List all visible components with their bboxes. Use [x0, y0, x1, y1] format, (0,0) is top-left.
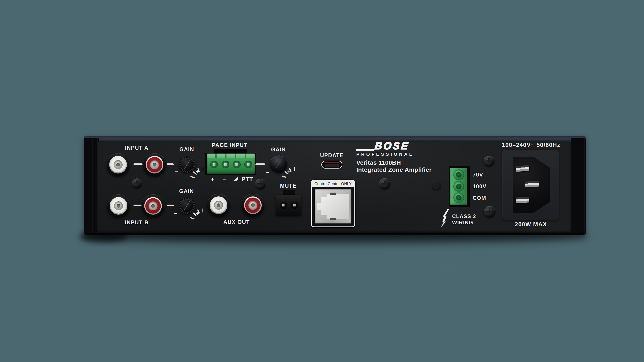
- input-b-right-rca-jack: [142, 194, 165, 217]
- aux-out-label: AUX OUT: [224, 219, 250, 225]
- iec-pin-line: [516, 165, 529, 172]
- mute-pin-socket: [291, 202, 298, 209]
- product-photo-scene: INPUT A GAIN − + PAGE INPUT + − PTT GAIN: [0, 0, 644, 362]
- phillips-screw: [484, 206, 495, 218]
- usb-c-pcb-edge: [324, 162, 340, 163]
- power-max-label: 200W MAX: [515, 221, 547, 228]
- knob-pointer: [276, 159, 282, 169]
- iec-pin-neutral: [516, 197, 529, 203]
- model-name: Veritas 1100BH: [356, 159, 401, 166]
- page-pin-plus-socket: [210, 161, 218, 168]
- rj45-port: [315, 189, 352, 223]
- tap-com-label: COM: [473, 195, 486, 201]
- page-pin-ground-socket: [233, 161, 241, 168]
- input-a-left-rca-jack: [106, 153, 130, 176]
- product-name: Integrated Zone Amplifier: [356, 166, 432, 173]
- chassis-ground-icon: [233, 176, 239, 182]
- tap-100v-label: 100V: [473, 183, 486, 190]
- input-b-left-rca-jack: [107, 194, 130, 217]
- gain-b-plus: +: [195, 210, 199, 217]
- control-center-port-label: ControlCenter ONLY: [312, 181, 354, 187]
- aux-out-left-rca-jack: [207, 194, 230, 217]
- aux-out-right-rca-jack: [241, 194, 264, 217]
- gain-b-minus: −: [174, 210, 178, 217]
- page-pin-ptt-socket: [244, 161, 252, 168]
- class2-wiring-line1: CLASS 2: [452, 213, 476, 219]
- rca-socket: [150, 160, 159, 169]
- page-pin-minus-label: −: [222, 176, 226, 183]
- gain-a-minus: −: [174, 168, 178, 175]
- page-input-euroblock: [207, 154, 255, 174]
- rca-socket: [148, 201, 158, 210]
- phillips-screw: [379, 178, 390, 189]
- knurled-knob: [179, 198, 195, 214]
- update-label: UPDATE: [320, 152, 344, 158]
- control-center-port-plate: ControlCenter ONLY: [311, 180, 355, 227]
- mute-label: MUTE: [280, 183, 297, 189]
- rack-ear-right: [571, 138, 586, 235]
- gain-a-plus: +: [196, 168, 200, 175]
- lightning-bolt-icon: [440, 209, 450, 228]
- knob-pointer: [184, 160, 190, 169]
- rj45-cavity: [317, 191, 349, 221]
- chassis-bottom-lip: [86, 233, 584, 235]
- page-pin-ptt-label: PTT: [242, 176, 253, 183]
- mute-pin-socket: [280, 202, 287, 209]
- rj45-contact-block: [330, 193, 336, 195]
- tap-100v-port: [454, 181, 464, 192]
- smooth-knob: [270, 155, 287, 173]
- rca-socket: [214, 201, 223, 210]
- mute-terminal-block: [276, 195, 302, 216]
- tap-com-port: [454, 192, 464, 203]
- rca-socket: [114, 160, 122, 169]
- page-gain-plus: +: [287, 168, 291, 175]
- phillips-screw: [255, 179, 266, 189]
- phillips-screw: [132, 178, 142, 188]
- bose-logo-underbar: [356, 149, 374, 151]
- speaker-output-euroblock: [450, 168, 467, 205]
- iec-pin-earth: [525, 181, 539, 187]
- tap-70v-label: 70V: [473, 172, 483, 178]
- phillips-screw: [484, 156, 494, 167]
- rca-socket: [114, 201, 123, 210]
- input-b-label: INPUT B: [125, 219, 149, 226]
- channel-link-dash: [134, 205, 142, 206]
- phillips-screw-flush: [431, 181, 442, 191]
- bose-logo: BOSE: [374, 140, 410, 152]
- page-gain-minus: −: [266, 169, 270, 176]
- usb-c-update-port: [321, 161, 342, 169]
- knurled-knob: [179, 156, 195, 173]
- input-a-right-rca-jack: [143, 153, 166, 176]
- power-rating-label: 100–240V~ 50/60Hz: [502, 142, 560, 148]
- chassis-top-bevel: [84, 136, 586, 142]
- rj45-contact-block: [330, 218, 336, 220]
- brand-division: PROFESSIONAL: [356, 152, 414, 157]
- class2-wiring-line2: WIRING: [452, 220, 473, 226]
- knob-pointer: [184, 201, 190, 210]
- input-a-label: INPUT A: [125, 145, 148, 151]
- rca-socket: [248, 201, 258, 210]
- channel-link-dash: [134, 163, 142, 165]
- background-dots-artifact: [440, 268, 451, 268]
- page-pin-plus-label: +: [211, 176, 214, 183]
- rack-ear-left: [84, 138, 99, 235]
- iec-inlet-plate: [502, 150, 559, 220]
- usb-c-tongue: [325, 164, 340, 167]
- tap-70v-port: [454, 169, 464, 180]
- euroblock-top-notches: [207, 154, 255, 158]
- page-input-label: PAGE INPUT: [212, 142, 248, 148]
- gain-a-knob: [171, 148, 203, 181]
- page-pin-minus-socket: [222, 161, 229, 168]
